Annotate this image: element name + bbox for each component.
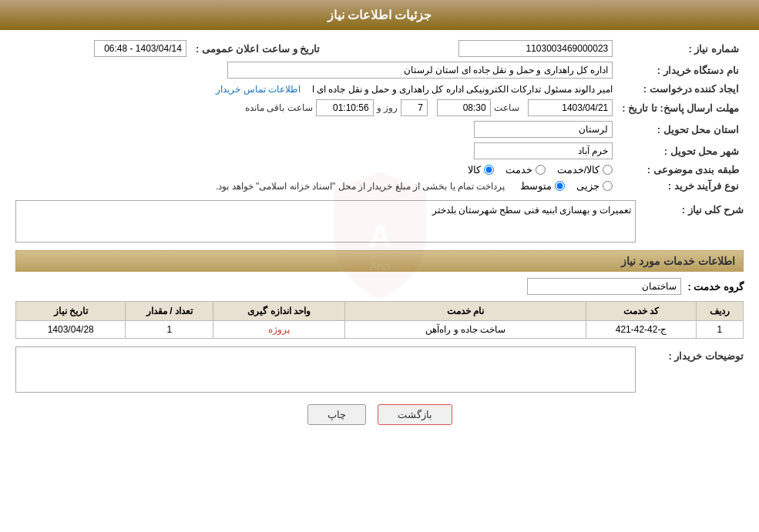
buyer-desc-row: توضیحات خریدار :: [15, 346, 744, 393]
city-input[interactable]: [474, 142, 613, 159]
deadline-label: مهلت ارسال پاسخ: تا تاریخ :: [617, 97, 744, 119]
table-row: 1 ج-42-42-421 ساخت جاده و راه‌آهن پروژه …: [16, 321, 744, 339]
purchase-type-row: جزیی متوسط پرداخت تمام یا بخشی از مبلغ خ…: [20, 180, 613, 192]
need-description-row: شرح کلی نیاز : تعمیرات و بهسازی ابنیه فن…: [15, 200, 744, 243]
announcement-label: تاریخ و ساعت اعلان عمومی :: [191, 38, 335, 59]
purchase-type-label: نوع فرآیند خرید :: [617, 178, 744, 194]
buyer-desc-textarea[interactable]: [15, 346, 636, 393]
services-table: ردیف کد خدمت نام خدمت واحد اندازه گیری ت…: [15, 301, 744, 339]
buyer-name-input[interactable]: [227, 62, 613, 79]
cell-name: ساخت جاده و راه‌آهن: [345, 321, 586, 339]
category-option-kala-khedmat[interactable]: کالا/خدمت: [557, 164, 613, 176]
cell-date: 1403/04/28: [16, 321, 126, 339]
announcement-datetime-input[interactable]: [94, 40, 186, 57]
col-name: نام خدمت: [345, 302, 586, 321]
buyer-name-label: نام دستگاه خریدار :: [617, 59, 744, 81]
deadline-remaining-input[interactable]: [316, 99, 374, 116]
category-radio-kala-khedmat[interactable]: [603, 165, 613, 175]
deadline-days-input[interactable]: [401, 99, 428, 116]
services-section-title: اطلاعات خدمات مورد نیاز: [15, 250, 744, 272]
purchase-type-motavaset[interactable]: متوسط: [520, 180, 565, 192]
category-label: طبقه بندی موضوعی :: [617, 162, 744, 178]
col-row: ردیف: [696, 302, 743, 321]
purchase-radio-motavaset[interactable]: [555, 181, 565, 191]
creator-label: ایجاد کننده درخواست :: [617, 81, 744, 97]
purchase-type-radio-group: جزیی متوسط: [520, 180, 613, 192]
category-radio-khedmat[interactable]: [536, 165, 546, 175]
print-button[interactable]: چاپ: [307, 404, 366, 425]
col-qty: تعداد / مقدار: [126, 302, 213, 321]
page-header: جزئیات اطلاعات نیاز: [0, 0, 759, 30]
col-unit: واحد اندازه گیری: [213, 302, 345, 321]
time-label: ساعت: [494, 102, 519, 113]
cell-code: ج-42-42-421: [586, 321, 696, 339]
creator-value: امیر دالوند مسئول تدارکات الکترونیکی ادا…: [312, 84, 613, 95]
buttons-row: بازگشت چاپ: [15, 404, 744, 425]
need-number-input[interactable]: [458, 40, 613, 57]
purchase-note: پرداخت تمام یا بخشی از مبلغ خریدار از مح…: [216, 181, 505, 192]
unit-link[interactable]: پروژه: [268, 324, 290, 335]
service-group-row: گروه خدمت :: [15, 278, 744, 295]
back-button[interactable]: بازگشت: [378, 404, 452, 425]
col-date: تاریخ نیاز: [16, 302, 126, 321]
days-label: روز و: [377, 102, 398, 113]
buyer-desc-label: توضیحات خریدار :: [643, 346, 744, 362]
need-description-value: تعمیرات و بهسازی ابنیه فنی سطح شهرستان ب…: [432, 205, 631, 216]
category-option-kala[interactable]: کالا: [468, 164, 494, 176]
province-label: استان محل تحویل :: [617, 119, 744, 140]
need-description-label: شرح کلی نیاز :: [643, 200, 744, 216]
info-table: شماره نیاز : تاریخ و ساعت اعلان عمومی : …: [15, 38, 744, 194]
purchase-type-jozi[interactable]: جزیی: [576, 180, 613, 192]
remaining-label: ساعت باقی مانده: [245, 102, 313, 113]
province-input[interactable]: [474, 121, 613, 138]
need-description-box: تعمیرات و بهسازی ابنیه فنی سطح شهرستان ب…: [15, 200, 636, 243]
purchase-radio-jozi[interactable]: [603, 181, 613, 191]
category-option-khedmat[interactable]: خدمت: [505, 164, 546, 176]
category-radio-kala[interactable]: [484, 165, 494, 175]
cell-qty: 1: [126, 321, 213, 339]
deadline-time-input[interactable]: [437, 99, 491, 116]
deadline-date-input[interactable]: [528, 99, 613, 116]
cell-row-num: 1: [696, 321, 743, 339]
service-group-input[interactable]: [527, 278, 681, 295]
page-title: جزئیات اطلاعات نیاز: [327, 8, 432, 22]
cell-unit: پروژه: [213, 321, 345, 339]
need-number-label: شماره نیاز :: [617, 38, 744, 59]
service-group-label: گروه خدمت :: [687, 281, 744, 293]
category-radio-group: کالا/خدمت خدمت کالا: [20, 164, 613, 176]
col-code: کد خدمت: [586, 302, 696, 321]
contact-link[interactable]: اطلاعات تماس خریدار: [216, 84, 301, 95]
city-label: شهر محل تحویل :: [617, 140, 744, 162]
